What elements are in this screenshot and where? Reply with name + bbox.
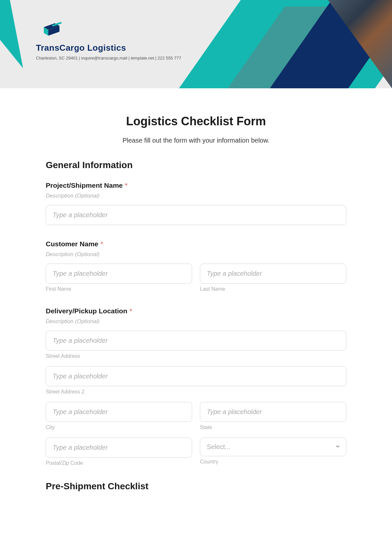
- required-indicator: *: [125, 182, 127, 189]
- city-input[interactable]: [46, 402, 192, 422]
- state-input[interactable]: [200, 402, 346, 422]
- sub-label-state: State: [200, 425, 346, 430]
- field-description: Description (Optional): [46, 193, 346, 199]
- company-logo-icon: [42, 21, 63, 40]
- sub-label-country: Country: [200, 459, 346, 465]
- sub-label-city: City: [46, 425, 192, 430]
- project-name-input[interactable]: [46, 205, 346, 225]
- page-title: Logistics Checklist Form: [46, 114, 346, 128]
- section-heading-preshipment: Pre-Shipment Checklist: [46, 481, 346, 492]
- field-customer-name: Customer Name * Description (Optional) F…: [46, 240, 346, 292]
- street-address-2-input[interactable]: [46, 366, 346, 386]
- field-project-name: Project/Shipment Name * Description (Opt…: [46, 182, 346, 225]
- form-content: Logistics Checklist Form Please fill out…: [0, 88, 392, 516]
- country-select[interactable]: Select...: [200, 438, 346, 456]
- field-label: Customer Name: [46, 240, 98, 248]
- sub-label-first-name: First Name: [46, 286, 192, 292]
- page-header: TransCargo Logistics Charleston, SC 2940…: [0, 0, 392, 88]
- last-name-input[interactable]: [200, 264, 346, 284]
- sub-label-last-name: Last Name: [200, 286, 346, 292]
- page-instructions: Please fill out the form with your infor…: [46, 137, 346, 144]
- field-delivery-location: Delivery/Pickup Location * Description (…: [46, 307, 346, 466]
- required-indicator: *: [101, 240, 103, 248]
- section-heading-general: General Information: [46, 160, 346, 170]
- field-description: Description (Optional): [46, 318, 346, 325]
- first-name-input[interactable]: [46, 264, 192, 284]
- postal-code-input[interactable]: [46, 438, 192, 458]
- street-address-input[interactable]: [46, 331, 346, 351]
- field-description: Description (Optional): [46, 251, 346, 258]
- company-contact-line: Charleston, SC 29401 | inquire@transcarg…: [36, 56, 181, 61]
- required-indicator: *: [129, 307, 132, 315]
- sub-label-street: Street Address: [46, 353, 346, 359]
- field-label: Project/Shipment Name: [46, 182, 123, 189]
- sub-label-street2: Street Address 2: [46, 389, 346, 395]
- sub-label-postal: Postal/Zip Code: [46, 460, 192, 466]
- field-label: Delivery/Pickup Location: [46, 307, 127, 315]
- company-name: TransCargo Logistics: [36, 43, 126, 53]
